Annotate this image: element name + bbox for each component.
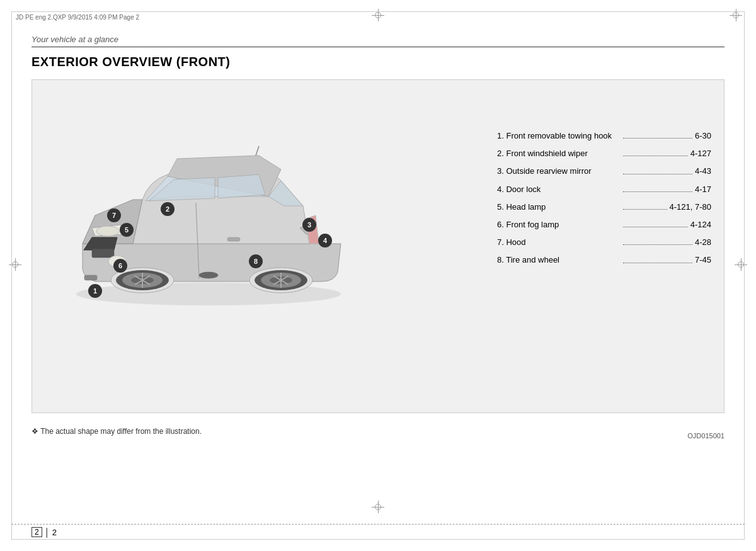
part-label: 1. Front removable towing hook <box>497 130 623 142</box>
svg-text:1: 1 <box>93 287 97 295</box>
part-label: 7. Hood <box>497 237 623 248</box>
bottom-separator <box>11 524 745 525</box>
part-label: 8. Tire and wheel <box>497 254 623 266</box>
parts-list-item: 1. Front removable towing hook 6-30 <box>497 130 711 142</box>
part-page: 4-28 <box>692 237 711 248</box>
section-header: Your vehicle at a glance <box>32 35 724 47</box>
page-content: Your vehicle at a glance EXTERIOR OVERVI… <box>32 35 724 516</box>
svg-point-21 <box>199 272 218 278</box>
part-page: 6-30 <box>692 130 711 142</box>
parts-list-item: 4. Door lock 4-17 <box>497 184 711 195</box>
footer-note: The actual shape may differ from the ill… <box>32 423 202 440</box>
parts-list-item: 3. Outside rearview mirror 4-43 <box>497 166 711 177</box>
svg-rect-2 <box>227 237 240 241</box>
part-label: 4. Door lock <box>497 184 623 195</box>
part-page: 4-17 <box>692 184 711 195</box>
part-label: 2. Front windshield wiper <box>497 148 623 159</box>
svg-text:3: 3 <box>307 221 311 229</box>
svg-rect-3 <box>92 249 114 258</box>
svg-text:6: 6 <box>118 262 122 270</box>
part-page: 7-45 <box>692 254 711 266</box>
part-label: 5. Head lamp <box>497 202 623 213</box>
parts-list-item: 6. Front fog lamp 4-124 <box>497 219 711 230</box>
svg-text:8: 8 <box>254 258 258 265</box>
part-page: 4-127 <box>688 148 711 159</box>
car-illustration: 1 2 3 4 5 6 <box>45 93 478 400</box>
part-label: 6. Front fog lamp <box>497 219 623 230</box>
part-page: 4-121, 7-80 <box>667 202 712 213</box>
main-illustration-area: 1 2 3 4 5 6 <box>32 79 724 413</box>
part-label: 3. Outside rearview mirror <box>497 166 623 177</box>
parts-list-item: 7. Hood 4-28 <box>497 237 711 248</box>
page-number-left: 2 <box>32 527 42 537</box>
section-title: EXTERIOR OVERVIEW (FRONT) <box>32 55 724 69</box>
car-image-container: 1 2 3 4 5 6 <box>45 93 478 400</box>
car-svg: 1 2 3 4 5 6 <box>45 93 372 319</box>
svg-text:7: 7 <box>112 212 116 219</box>
svg-point-4 <box>96 226 119 236</box>
part-page: 4-124 <box>688 219 711 230</box>
parts-list-item: 8. Tire and wheel 7-45 <box>497 254 711 266</box>
parts-list-item: 2. Front windshield wiper 4-127 <box>497 148 711 159</box>
page-number-area: 2 │ 2 <box>32 527 57 537</box>
page-number-separator: │ <box>45 528 50 537</box>
parts-list-item: 5. Head lamp 4-121, 7-80 <box>497 202 711 213</box>
svg-text:5: 5 <box>125 226 129 234</box>
svg-text:2: 2 <box>166 205 169 213</box>
svg-text:4: 4 <box>323 237 328 244</box>
image-code: OJD015001 <box>687 432 724 440</box>
page-number-right: 2 <box>52 528 57 537</box>
svg-rect-6 <box>84 275 97 280</box>
svg-line-22 <box>256 146 259 156</box>
part-page: 4-43 <box>692 166 711 177</box>
parts-list: 1. Front removable towing hook 6-30 2. F… <box>497 93 711 400</box>
